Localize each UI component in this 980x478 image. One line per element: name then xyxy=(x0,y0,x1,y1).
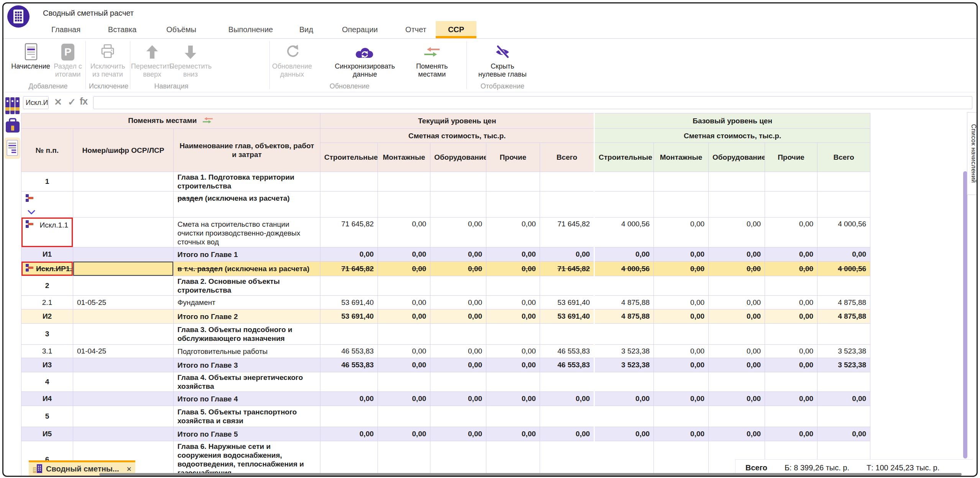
cell-value[interactable]: 71 645,82 xyxy=(540,262,594,276)
cell-value[interactable] xyxy=(765,276,817,296)
tab-vypolnenie[interactable]: Выполнение xyxy=(228,21,273,38)
cell-value[interactable]: 0,00 xyxy=(654,309,709,324)
cell-name[interactable]: Глава 3. Объекты подсобного и обслуживаю… xyxy=(174,324,320,345)
swap-button[interactable]: Поменять местами xyxy=(410,42,454,79)
cell-code[interactable] xyxy=(73,247,174,262)
cell-value[interactable]: 4 875,88 xyxy=(817,296,870,309)
cell-value[interactable]: 53 691,40 xyxy=(540,309,594,324)
cell-value[interactable]: 0,00 xyxy=(654,345,709,358)
cell-num[interactable]: 3.1 xyxy=(21,345,73,358)
cell-value[interactable] xyxy=(594,192,654,218)
cell-value[interactable]: 0,00 xyxy=(378,262,430,276)
cell-value[interactable]: 0,00 xyxy=(817,427,870,441)
cell-code[interactable] xyxy=(73,392,174,406)
cell-value[interactable] xyxy=(430,276,486,296)
cell-value[interactable] xyxy=(594,324,654,345)
cell-name[interactable]: Глава 6. Наружные сети и сооружения водо… xyxy=(174,441,320,477)
cell-value[interactable]: 0,00 xyxy=(594,427,654,441)
cell-value[interactable] xyxy=(486,192,540,218)
cell-value[interactable] xyxy=(540,441,594,477)
cell-value[interactable]: 0,00 xyxy=(594,247,654,262)
cell-value[interactable] xyxy=(486,441,540,477)
tab-operacii[interactable]: Операции xyxy=(339,21,381,38)
cell-value[interactable]: 0,00 xyxy=(540,427,594,441)
cell-value[interactable]: 0,00 xyxy=(817,247,870,262)
cell-value[interactable] xyxy=(540,172,594,192)
cell-value[interactable] xyxy=(594,441,654,477)
cell-num[interactable]: 5 xyxy=(21,406,73,427)
cell-value[interactable]: 0,00 xyxy=(654,218,709,247)
cell-value[interactable]: 4 875,88 xyxy=(594,296,654,309)
cell-num[interactable]: 1 xyxy=(21,172,73,192)
cell-value[interactable]: 0,00 xyxy=(486,296,540,309)
cell-value[interactable]: 0,00 xyxy=(486,309,540,324)
cell-code[interactable]: 01-05-25 xyxy=(73,296,174,309)
cell-value[interactable] xyxy=(378,276,430,296)
cell-code[interactable]: 01-04-25 xyxy=(73,345,174,358)
cell-value[interactable]: 0,00 xyxy=(594,392,654,406)
cell-value[interactable]: 0,00 xyxy=(765,358,817,372)
cell-num[interactable]: И5 xyxy=(21,427,73,441)
cell-code[interactable] xyxy=(73,406,174,427)
cell-value[interactable]: 53 691,40 xyxy=(540,296,594,309)
name-box-input[interactable] xyxy=(23,96,49,109)
cell-value[interactable] xyxy=(486,406,540,427)
cell-value[interactable] xyxy=(654,324,709,345)
cell-value[interactable]: 0,00 xyxy=(378,309,430,324)
cell-value[interactable] xyxy=(654,406,709,427)
cell-value[interactable] xyxy=(594,406,654,427)
cell-value[interactable] xyxy=(430,324,486,345)
cell-value[interactable]: 0,00 xyxy=(765,427,817,441)
cell-value[interactable] xyxy=(817,192,870,218)
cell-num[interactable]: 2 xyxy=(21,276,73,296)
tab-ssr[interactable]: ССР xyxy=(436,21,476,38)
cell-value[interactable]: 0,00 xyxy=(709,309,765,324)
tab-obyomy[interactable]: Объёмы xyxy=(164,21,199,38)
cell-value[interactable] xyxy=(594,172,654,192)
cell-value[interactable]: 0,00 xyxy=(378,358,430,372)
cell-value[interactable]: 46 553,83 xyxy=(540,358,594,372)
cell-num[interactable] xyxy=(21,192,73,218)
cell-num[interactable]: И4 xyxy=(21,392,73,406)
cell-value[interactable] xyxy=(709,372,765,392)
cell-value[interactable] xyxy=(594,372,654,392)
cell-value[interactable]: 71 645,82 xyxy=(320,218,378,247)
cell-name[interactable]: раздел (исключена из расчета) xyxy=(174,192,320,218)
cell-value[interactable]: 71 645,82 xyxy=(540,218,594,247)
cell-name[interactable]: Глава 2. Основные объекты строительства xyxy=(174,276,320,296)
cell-value[interactable]: 3 523,38 xyxy=(594,358,654,372)
cell-value[interactable] xyxy=(817,276,870,296)
cell-name[interactable]: Глава 5. Объекты транспортного хозяйства… xyxy=(174,406,320,427)
cell-value[interactable]: 4 000,56 xyxy=(594,262,654,276)
cell-value[interactable] xyxy=(486,172,540,192)
cell-value[interactable] xyxy=(378,372,430,392)
cell-num[interactable]: И2 xyxy=(21,309,73,324)
cell-value[interactable]: 0,00 xyxy=(320,247,378,262)
cell-value[interactable] xyxy=(378,324,430,345)
cell-value[interactable]: 4 875,88 xyxy=(594,309,654,324)
cell-value[interactable] xyxy=(709,276,765,296)
cell-num[interactable]: 2.1 xyxy=(21,296,73,309)
cell-value[interactable]: 0,00 xyxy=(486,247,540,262)
cell-name[interactable]: Подготовительные работы xyxy=(174,345,320,358)
cell-value[interactable] xyxy=(654,372,709,392)
cell-value[interactable]: 0,00 xyxy=(378,218,430,247)
cell-value[interactable]: 0,00 xyxy=(709,392,765,406)
tab-vid[interactable]: Вид xyxy=(294,21,318,38)
cell-value[interactable]: 53 691,40 xyxy=(320,309,378,324)
cell-name[interactable]: Глава 4. Объекты энергетического хозяйст… xyxy=(174,372,320,392)
cell-value[interactable]: 0,00 xyxy=(486,427,540,441)
cell-value[interactable]: 0,00 xyxy=(709,427,765,441)
confirm-formula-icon[interactable]: ✓ xyxy=(68,97,76,108)
cell-value[interactable] xyxy=(320,172,378,192)
cell-value[interactable] xyxy=(540,276,594,296)
cell-value[interactable]: 0,00 xyxy=(765,296,817,309)
cell-name[interactable]: Фундамент xyxy=(174,296,320,309)
cell-value[interactable]: 0,00 xyxy=(765,218,817,247)
cell-value[interactable]: 0,00 xyxy=(320,427,378,441)
cell-value[interactable]: 0,00 xyxy=(709,345,765,358)
cell-value[interactable] xyxy=(540,406,594,427)
cell-num[interactable]: Искл.1.1 xyxy=(21,218,73,247)
cell-value[interactable]: 0,00 xyxy=(709,218,765,247)
tab-vstavka[interactable]: Вставка xyxy=(105,21,139,38)
